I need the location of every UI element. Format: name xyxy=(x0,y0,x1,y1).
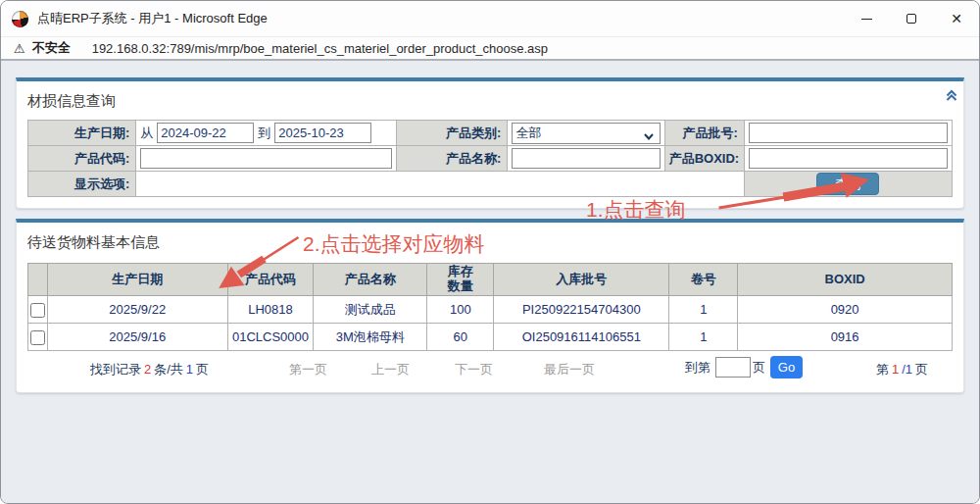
production-date-label: 生产日期: xyxy=(28,121,136,146)
page-suffix: 页 xyxy=(915,362,928,377)
table-row[interactable]: 2025/9/16 01CLCS0000 3M泡棉母料 60 OI2509161… xyxy=(28,324,953,351)
cell-product-code: 01CLCS0000 xyxy=(227,324,314,351)
cell-production-date: 2025/9/22 xyxy=(47,296,227,324)
col-stock-qty: 库存 数量 xyxy=(427,264,494,296)
cell-roll-no: 1 xyxy=(669,296,738,324)
cell-boxid: 0916 xyxy=(738,324,953,351)
cell-inbound-batch: OI250916114106551 xyxy=(494,324,669,351)
row-checkbox[interactable] xyxy=(30,303,45,318)
product-code-input[interactable] xyxy=(140,148,392,169)
query-button-cell: 查询 xyxy=(744,172,952,197)
product-boxid-label: 产品BOXID: xyxy=(664,146,744,172)
cell-production-date: 2025/9/16 xyxy=(47,324,227,351)
page-current: 1 xyxy=(892,362,899,377)
page-total: /1 xyxy=(902,362,912,377)
go-button[interactable]: Go xyxy=(770,356,803,378)
date-from-input[interactable] xyxy=(157,123,254,143)
cell-product-name: 3M泡棉母料 xyxy=(314,324,427,351)
row-checkbox-cell xyxy=(28,296,48,324)
goto-prefix: 到第 xyxy=(685,359,710,377)
last-page-link[interactable]: 最后一页 xyxy=(544,361,595,378)
records-suffix: 页 xyxy=(196,362,209,377)
page-prefix: 第 xyxy=(876,362,889,377)
row-checkbox[interactable] xyxy=(30,330,45,345)
col-select xyxy=(28,264,48,296)
minimize-icon xyxy=(861,19,872,20)
query-panel-title: 材损信息查询 xyxy=(27,89,953,120)
maximize-icon xyxy=(906,14,916,24)
app-favicon-icon xyxy=(12,11,28,27)
goto-page-input[interactable] xyxy=(715,357,751,378)
close-button[interactable]: ✕ xyxy=(934,1,979,36)
display-options-area xyxy=(136,172,744,197)
query-form: 生产日期: 从 到 产品类别: 全部 xyxy=(27,120,953,197)
records-pages: 1 xyxy=(186,362,193,377)
page-indicator: 第1/1页 xyxy=(876,361,928,378)
product-category-label: 产品类别: xyxy=(397,121,508,146)
title-bar: 点晴ERP子系统 - 用户1 - Microsoft Edge ✕ xyxy=(1,1,979,37)
page-url[interactable]: 192.168.0.32:789/mis/mrp/boe_materiel_cs… xyxy=(92,41,548,56)
cell-stock-qty: 60 xyxy=(427,324,494,351)
goto-page-group: 到第 页 Go xyxy=(685,356,803,378)
table-row[interactable]: 2025/9/22 LH0818 测试成品 100 PI250922154704… xyxy=(28,296,953,324)
col-boxid: BOXID xyxy=(738,264,953,296)
records-summary: 找到记录2条/共1页 xyxy=(90,361,209,378)
security-warning-label[interactable]: 不安全 xyxy=(32,39,71,57)
product-code-label: 产品代码: xyxy=(28,146,136,172)
next-page-link[interactable]: 下一页 xyxy=(455,361,493,378)
pagination-bar: 找到记录2条/共1页 第一页 上一页 下一页 最后一页 到第 页 Go 第1/1… xyxy=(27,352,953,381)
query-panel: 材损信息查询 生产日期: 从 到 xyxy=(16,77,964,209)
cell-boxid: 0920 xyxy=(738,296,953,324)
cell-product-name: 测试成品 xyxy=(314,296,427,324)
first-page-link[interactable]: 第一页 xyxy=(289,361,327,378)
col-inbound-batch: 入库批号 xyxy=(494,264,669,296)
records-count: 2 xyxy=(144,362,151,377)
col-product-code: 产品代码 xyxy=(227,264,314,296)
display-options-label: 显示选项: xyxy=(28,172,136,197)
maximize-button[interactable] xyxy=(889,1,934,36)
date-to-input[interactable] xyxy=(274,123,371,143)
records-prefix: 找到记录 xyxy=(90,362,141,377)
product-boxid-input[interactable] xyxy=(749,148,948,169)
to-label: 到 xyxy=(258,125,270,142)
query-button[interactable]: 查询 xyxy=(816,173,879,195)
cell-stock-qty: 100 xyxy=(427,296,494,324)
col-product-name: 产品名称 xyxy=(314,264,427,296)
cell-inbound-batch: PI250922154704300 xyxy=(494,296,669,324)
cell-roll-no: 1 xyxy=(669,324,738,351)
from-label: 从 xyxy=(140,125,153,142)
row-checkbox-cell xyxy=(28,324,48,351)
product-name-input[interactable] xyxy=(512,148,660,169)
minimize-button[interactable] xyxy=(844,1,889,36)
records-middle: 条/共 xyxy=(154,362,183,377)
product-category-select[interactable]: 全部 xyxy=(512,123,660,144)
page-content: 材损信息查询 生产日期: 从 到 xyxy=(1,61,979,503)
materials-table: 生产日期 产品代码 产品名称 库存 数量 入库批号 卷号 BOXID 2025/… xyxy=(27,263,953,351)
prev-page-link[interactable]: 上一页 xyxy=(371,361,410,378)
collapse-panel-button[interactable] xyxy=(945,88,958,106)
security-warning-icon: ⚠ xyxy=(14,41,25,56)
window-controls: ✕ xyxy=(844,1,979,36)
browser-window: 点晴ERP子系统 - 用户1 - Microsoft Edge ✕ ⚠ 不安全 … xyxy=(0,0,980,504)
close-icon: ✕ xyxy=(951,12,962,25)
materials-panel: 待送货物料基本信息 生产日期 产品代码 产品名称 库存 数量 入库批号 卷号 B… xyxy=(16,219,964,393)
col-production-date[interactable]: 生产日期 xyxy=(47,264,227,296)
product-batch-input[interactable] xyxy=(749,123,948,143)
window-title: 点晴ERP子系统 - 用户1 - Microsoft Edge xyxy=(37,10,268,27)
chevron-double-up-icon xyxy=(945,88,958,102)
materials-panel-title: 待送货物料基本信息 xyxy=(27,230,953,261)
url-bar: ⚠ 不安全 192.168.0.32:789/mis/mrp/boe_mater… xyxy=(1,37,979,61)
materials-table-header-row: 生产日期 产品代码 产品名称 库存 数量 入库批号 卷号 BOXID xyxy=(28,264,953,296)
product-batch-label: 产品批号: xyxy=(664,121,744,146)
cell-product-code: LH0818 xyxy=(227,296,314,324)
product-name-label: 产品名称: xyxy=(397,146,508,172)
col-roll-no: 卷号 xyxy=(669,264,738,296)
goto-suffix: 页 xyxy=(753,359,765,377)
